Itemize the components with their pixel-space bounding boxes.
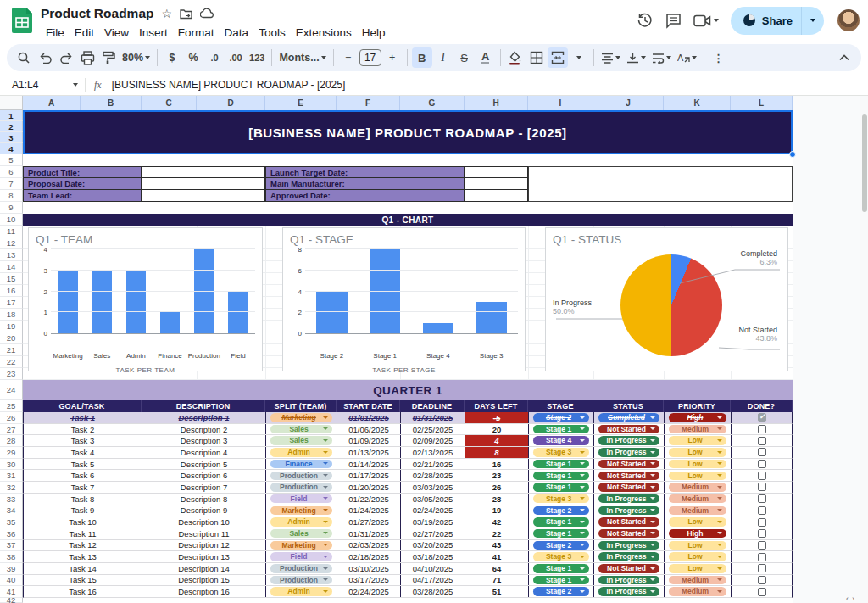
- priority-cell[interactable]: Medium: [665, 586, 732, 597]
- row-header[interactable]: 10: [0, 214, 23, 226]
- deadline-cell[interactable]: 03/20/2025: [401, 540, 465, 551]
- column-header[interactable]: L: [731, 96, 793, 110]
- row-header[interactable]: 35: [0, 516, 23, 528]
- row-header[interactable]: 26: [0, 412, 23, 424]
- deadline-cell[interactable]: 02/28/2025: [401, 470, 465, 481]
- done-checkbox[interactable]: [758, 494, 766, 503]
- status-chip[interactable]: Not Started: [598, 472, 659, 481]
- horizontal-scroll-arrows[interactable]: ‹›: [846, 595, 858, 603]
- stage-chip[interactable]: Stage 3: [533, 552, 590, 561]
- priority-chip[interactable]: Low: [669, 564, 727, 573]
- stage-cell[interactable]: Stage 3: [529, 494, 594, 505]
- days-left-cell[interactable]: 4: [465, 435, 529, 446]
- team-cell[interactable]: Production: [266, 482, 337, 493]
- table-header-cell[interactable]: GOAL/TASK: [23, 400, 142, 412]
- column-header[interactable]: H: [465, 96, 528, 110]
- status-cell[interactable]: Not Started: [594, 470, 665, 481]
- task-cell[interactable]: Task 7: [24, 482, 142, 493]
- row-header[interactable]: 30: [0, 459, 23, 471]
- bold-button[interactable]: B: [412, 47, 432, 68]
- description-cell[interactable]: Description 5: [142, 459, 266, 470]
- column-header[interactable]: K: [664, 96, 731, 110]
- row-header[interactable]: 38: [0, 551, 23, 563]
- row-header[interactable]: 11: [0, 226, 23, 237]
- stage-chip[interactable]: Stage 3: [533, 448, 590, 457]
- search-menus-button[interactable]: [14, 47, 34, 68]
- team-cell[interactable]: Production: [266, 470, 337, 481]
- row-header[interactable]: 21: [0, 344, 23, 356]
- row-header[interactable]: 34: [0, 505, 23, 517]
- row-header[interactable]: 16: [0, 285, 23, 297]
- deadline-cell[interactable]: 03/03/2025: [401, 482, 465, 493]
- stage-chip[interactable]: Stage 2: [533, 541, 590, 550]
- select-all-corner[interactable]: [0, 96, 23, 110]
- deadline-cell[interactable]: 02/13/2025: [401, 447, 465, 458]
- priority-chip[interactable]: Medium: [669, 576, 727, 585]
- team-cell[interactable]: Admin: [266, 516, 337, 528]
- status-chip[interactable]: Not Started: [598, 460, 659, 469]
- status-chip[interactable]: Not Started: [598, 425, 659, 434]
- description-cell[interactable]: Description 14: [142, 563, 266, 574]
- priority-chip[interactable]: Low: [669, 541, 727, 550]
- stage-chip[interactable]: Stage 1: [533, 517, 590, 527]
- table-header-cell[interactable]: START DATE: [337, 400, 400, 412]
- row-header[interactable]: 32: [0, 482, 23, 494]
- format-currency-button[interactable]: $: [162, 47, 182, 68]
- start-date-cell[interactable]: 03/10/2025: [337, 563, 401, 574]
- collapse-toolbar-button[interactable]: [834, 47, 854, 68]
- row-header[interactable]: 25: [0, 400, 23, 412]
- stage-cell[interactable]: Stage 2: [529, 412, 594, 423]
- stage-cell[interactable]: Stage 1: [529, 482, 594, 493]
- done-cell[interactable]: [732, 575, 793, 586]
- row-header[interactable]: 22: [0, 356, 23, 368]
- stage-cell[interactable]: Stage 3: [529, 447, 594, 458]
- roadmap-title-cell[interactable]: [BUSINESS NAME] PRODUCT ROADMAP - [2025]: [23, 110, 793, 154]
- status-cell[interactable]: In Progress: [594, 494, 665, 505]
- table-header-cell[interactable]: STAGE: [528, 400, 593, 412]
- description-cell[interactable]: Description 11: [142, 528, 266, 539]
- task-cell[interactable]: Task 9: [24, 505, 142, 516]
- menu-item[interactable]: Edit: [70, 25, 99, 41]
- start-date-cell[interactable]: 01/13/2025: [337, 447, 401, 458]
- done-cell[interactable]: [732, 586, 793, 597]
- team-cell[interactable]: Admin: [266, 586, 337, 597]
- task-cell[interactable]: Task 16: [24, 586, 142, 597]
- status-cell[interactable]: Not Started: [594, 482, 665, 493]
- team-chip[interactable]: Sales: [270, 425, 332, 434]
- priority-chip[interactable]: Medium: [669, 425, 727, 434]
- deadline-cell[interactable]: 04/17/2025: [401, 575, 465, 586]
- info-left-value-cell[interactable]: [142, 166, 265, 178]
- row-header[interactable]: 5: [0, 154, 23, 166]
- days-left-cell[interactable]: -5: [465, 412, 529, 423]
- deadline-cell[interactable]: 02/24/2025: [401, 505, 465, 516]
- merge-type-dropdown[interactable]: [569, 47, 589, 68]
- start-date-cell[interactable]: 01/06/2025: [337, 424, 401, 435]
- table-header-cell[interactable]: SPLIT (TEAM): [265, 400, 337, 412]
- team-cell[interactable]: Marketing: [266, 505, 337, 516]
- team-cell[interactable]: Sales: [266, 435, 337, 446]
- done-checkbox[interactable]: [758, 472, 766, 480]
- priority-cell[interactable]: Medium: [665, 575, 732, 586]
- info-right-value-cell[interactable]: [465, 166, 528, 178]
- start-date-cell[interactable]: 01/24/2025: [337, 505, 401, 516]
- done-checkbox[interactable]: [758, 448, 766, 456]
- deadline-cell[interactable]: 03/05/2025: [401, 494, 465, 505]
- priority-chip[interactable]: Low: [669, 436, 727, 445]
- done-checkbox[interactable]: [758, 506, 766, 515]
- priority-cell[interactable]: High: [665, 528, 732, 539]
- row-header[interactable]: 40: [0, 575, 23, 587]
- font-size-input[interactable]: 17: [359, 49, 381, 66]
- name-box[interactable]: A1:L4: [0, 79, 85, 91]
- stage-cell[interactable]: Stage 3: [529, 551, 594, 562]
- description-cell[interactable]: Description 3: [142, 435, 266, 446]
- increase-font-size-button[interactable]: +: [382, 47, 403, 68]
- status-cell[interactable]: Not Started: [594, 516, 665, 528]
- version-history-icon[interactable]: [637, 12, 654, 29]
- stage-cell[interactable]: Stage 1: [529, 516, 594, 528]
- stage-chip[interactable]: Stage 4: [533, 436, 590, 445]
- column-header[interactable]: D: [197, 96, 265, 110]
- status-chip[interactable]: In Progress: [598, 436, 659, 445]
- stage-chip[interactable]: Stage 1: [533, 529, 590, 539]
- status-chip[interactable]: In Progress: [598, 494, 659, 504]
- menu-item[interactable]: View: [99, 25, 134, 41]
